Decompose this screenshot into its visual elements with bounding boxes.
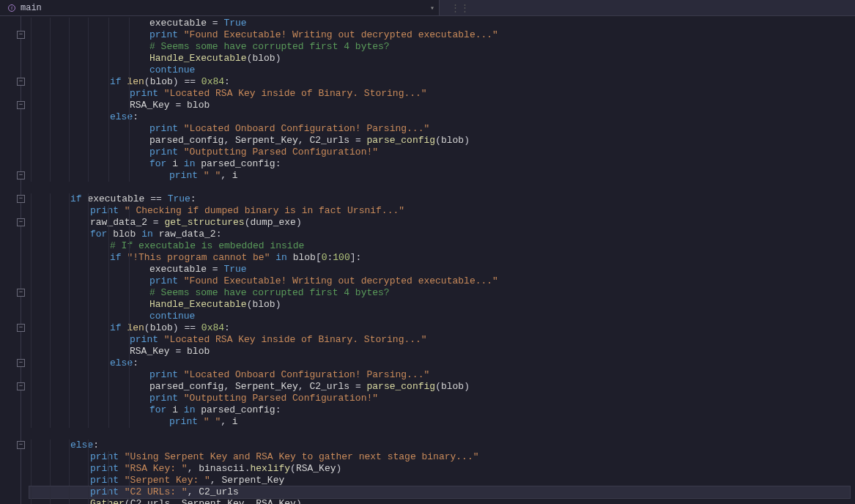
- indent-guide: [50, 76, 51, 88]
- indent-guide: [31, 381, 32, 393]
- indent-guide: [50, 170, 51, 182]
- code-token: continue: [149, 311, 195, 322]
- indent-guide: [31, 287, 32, 299]
- tab-bar: f main ▾ ⋮⋮: [0, 0, 855, 16]
- indent-guide: [69, 404, 70, 416]
- indent-guide: [108, 135, 109, 147]
- indent-guide: [69, 440, 70, 451]
- code-line[interactable]: else:: [29, 440, 850, 451]
- indent-guide: [108, 381, 109, 393]
- indent-guide: [50, 451, 51, 463]
- indent-guide: [108, 451, 109, 463]
- indent-guide: [31, 193, 32, 205]
- code-line[interactable]: print " ", i: [29, 170, 850, 182]
- indent-guide: [108, 100, 109, 111]
- code-line[interactable]: Gather(C2_urls, Serpent_Key, RSA_Key): [29, 498, 850, 504]
- code-token: "Outputting Parsed Configuration!": [184, 147, 378, 158]
- tab-main[interactable]: f main ▾: [0, 0, 440, 15]
- indent-guide: [129, 475, 130, 486]
- fold-toggle[interactable]: −: [17, 382, 25, 390]
- tab-splitter[interactable]: ⋮⋮: [458, 0, 462, 16]
- fold-toggle[interactable]: −: [17, 289, 25, 297]
- fold-gutter[interactable]: −−−−−−−−−−−: [13, 16, 29, 504]
- code-line[interactable]: parsed_config, Serpent_Key, C2_urls = pa…: [29, 135, 850, 147]
- code-line[interactable]: print "Outputting Parsed Configuration!": [29, 147, 850, 158]
- chevron-down-icon[interactable]: ▾: [430, 4, 434, 12]
- code-line[interactable]: print " ", i: [29, 416, 850, 428]
- code-line[interactable]: print "Located Onboard Configuration! Pa…: [29, 369, 850, 381]
- code-line[interactable]: print " Checking if dumped binary is in …: [29, 205, 850, 217]
- code-line[interactable]: print "Found Executable! Writing out dec…: [29, 29, 850, 41]
- code-line[interactable]: if len(blob) == 0x84:: [29, 76, 850, 88]
- code-token: parsed_config: [201, 158, 275, 169]
- code-line[interactable]: raw_data_2 = get_structures(dump_exe): [29, 217, 850, 229]
- code-line[interactable]: print "Located RSA Key inside of Binary.…: [29, 88, 850, 100]
- code-line[interactable]: print "Located Onboard Configuration! Pa…: [29, 123, 850, 135]
- code-token: "Found Executable! Writing out decrypted…: [184, 29, 498, 40]
- code-line[interactable]: print "Located RSA Key inside of Binary.…: [29, 334, 850, 346]
- code-line[interactable]: RSA_Key = blob: [29, 100, 850, 111]
- indent-guide: [88, 451, 89, 463]
- code-line[interactable]: continue: [29, 311, 850, 322]
- code-line[interactable]: print "Serpent Key: ", Serpent_Key: [29, 475, 850, 486]
- indent-guide: [108, 18, 109, 29]
- fold-toggle[interactable]: −: [17, 78, 25, 86]
- indent-guide: [88, 334, 89, 346]
- code-line[interactable]: RSA_Key = blob: [29, 346, 850, 357]
- code-line[interactable]: # Seems some have corrupted first 4 byte…: [29, 287, 850, 299]
- fold-toggle[interactable]: −: [17, 31, 25, 39]
- indent-guide: [69, 147, 70, 158]
- code-token: parsed_config: [201, 404, 275, 415]
- code-line[interactable]: for blob in raw_data_2:: [29, 229, 850, 240]
- code-token: print: [149, 393, 184, 404]
- indent-guide: [69, 29, 70, 41]
- code-token: ,: [188, 486, 199, 497]
- indent-guide: [31, 346, 32, 357]
- code-line[interactable]: if len(blob) == 0x84:: [29, 322, 850, 334]
- code-line[interactable]: if "!This program cannot be" in blob[0:1…: [29, 252, 850, 264]
- indent-guide: [108, 475, 109, 486]
- code-line[interactable]: continue: [29, 64, 850, 76]
- code-line[interactable]: Handle_Executable(blob): [29, 299, 850, 311]
- code-line[interactable]: # If executable is embedded inside: [29, 240, 850, 252]
- code-line[interactable]: [29, 182, 850, 193]
- fold-toggle[interactable]: −: [17, 101, 25, 109]
- code-line[interactable]: print "C2 URLs: ", C2_urls: [29, 486, 850, 498]
- code-area[interactable]: executable = Trueprint "Found Executable…: [29, 16, 850, 504]
- indent-guide: [108, 486, 109, 498]
- fold-toggle[interactable]: −: [17, 441, 25, 449]
- code-line[interactable]: executable = True: [29, 18, 850, 29]
- code-line[interactable]: else:: [29, 357, 850, 369]
- indent-guide: [88, 475, 89, 486]
- indent-guide: [50, 287, 51, 299]
- code-line[interactable]: for i in parsed_config:: [29, 404, 850, 416]
- code-token: for: [90, 229, 113, 240]
- code-line[interactable]: [29, 428, 850, 440]
- code-token: :: [216, 229, 222, 240]
- code-line[interactable]: print "Using Serpent Key and RSA Key to …: [29, 451, 850, 463]
- indent-guide: [108, 322, 109, 334]
- code-line[interactable]: executable = True: [29, 264, 850, 275]
- code-token: ): [275, 299, 281, 310]
- code-line[interactable]: # Seems some have corrupted first 4 byte…: [29, 41, 850, 53]
- code-line[interactable]: parsed_config, Serpent_Key, C2_urls = pa…: [29, 381, 850, 393]
- fold-toggle[interactable]: −: [17, 195, 25, 203]
- fold-toggle[interactable]: −: [17, 218, 25, 226]
- indent-guide: [88, 123, 89, 135]
- code-line[interactable]: print "RSA Key: ", binascii.hexlify(RSA_…: [29, 463, 850, 475]
- code-line[interactable]: print "Outputting Parsed Configuration!": [29, 393, 850, 404]
- fold-toggle[interactable]: −: [17, 324, 25, 332]
- indent-guide: [108, 240, 109, 252]
- indent-guide: [108, 275, 109, 287]
- indent-guide: [31, 111, 32, 123]
- code-line[interactable]: if executable == True:: [29, 193, 850, 205]
- indent-guide: [88, 158, 89, 170]
- code-line[interactable]: Handle_Executable(blob): [29, 53, 850, 64]
- code-line[interactable]: print "Found Executable! Writing out dec…: [29, 275, 850, 287]
- code-token: blob: [113, 229, 141, 240]
- fold-toggle[interactable]: −: [17, 171, 25, 179]
- code-line[interactable]: for i in parsed_config:: [29, 158, 850, 170]
- code-line[interactable]: else:: [29, 111, 850, 123]
- fold-toggle[interactable]: −: [17, 359, 25, 367]
- indent-guide: [50, 240, 51, 252]
